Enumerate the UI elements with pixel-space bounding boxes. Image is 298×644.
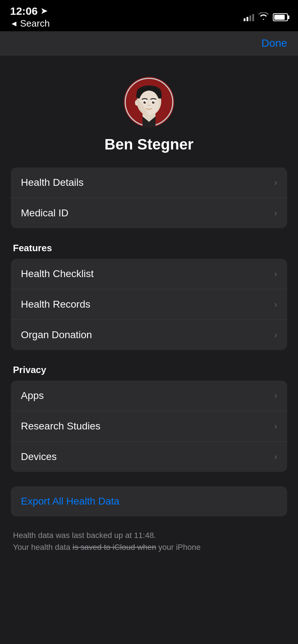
- back-label: Search: [20, 18, 50, 29]
- done-button[interactable]: Done: [261, 37, 287, 49]
- footer-icloud-text: Your health data is saved to iCloud when…: [13, 541, 285, 553]
- profile-list-group: Health Details › Medical ID ›: [11, 167, 287, 228]
- chevron-right-icon: ›: [274, 391, 277, 401]
- navigation-bar: Done: [0, 31, 298, 55]
- health-details-item[interactable]: Health Details ›: [11, 167, 287, 198]
- chevron-right-icon: ›: [274, 421, 277, 431]
- devices-label: Devices: [21, 451, 57, 463]
- devices-item[interactable]: Devices ›: [11, 442, 287, 472]
- main-content: Ben Stegner Health Details › Medical ID …: [0, 55, 298, 644]
- wifi-icon: [258, 12, 268, 22]
- signal-icon: [244, 13, 254, 21]
- export-link[interactable]: Export All Health Data: [21, 496, 119, 507]
- footer-line2-start: Your health data: [13, 543, 73, 552]
- profile-name: Ben Stegner: [104, 136, 193, 153]
- chevron-right-icon: ›: [274, 269, 277, 279]
- signal-bar-4: [252, 14, 254, 21]
- features-section-label: Features: [11, 243, 287, 254]
- footer-line2-strikethrough: is saved to iCloud when: [73, 543, 156, 552]
- svg-point-14: [145, 101, 145, 102]
- svg-point-15: [153, 101, 154, 102]
- features-list-group: Health Checklist › Health Records › Orga…: [11, 259, 287, 350]
- organ-donation-label: Organ Donation: [21, 329, 92, 341]
- battery-icon: [273, 13, 288, 21]
- chevron-right-icon: ›: [274, 208, 277, 218]
- medical-id-item[interactable]: Medical ID ›: [11, 198, 287, 228]
- status-bar: 12:06 ➤ ◄ Search: [0, 0, 298, 31]
- health-checklist-label: Health Checklist: [21, 268, 94, 280]
- privacy-section-label: Privacy: [11, 364, 287, 376]
- health-checklist-item[interactable]: Health Checklist ›: [11, 259, 287, 289]
- footer-backup-text: Health data was last backed up at 11:48.: [13, 529, 285, 541]
- back-arrow-icon: ◄: [10, 19, 18, 28]
- apps-item[interactable]: Apps ›: [11, 381, 287, 411]
- footer-line1: Health data was last backed up at 11:48.: [13, 531, 156, 540]
- signal-bar-1: [244, 18, 245, 21]
- footer-section: Health data was last backed up at 11:48.…: [0, 524, 298, 559]
- footer-line2-end: your iPhone: [156, 543, 201, 552]
- status-right: [244, 12, 288, 22]
- privacy-list-group: Apps › Research Studies › Devices ›: [11, 381, 287, 472]
- status-time: 12:06 ➤: [10, 5, 50, 17]
- medical-id-label: Medical ID: [21, 207, 68, 219]
- avatar: [124, 77, 174, 127]
- signal-bar-2: [247, 17, 248, 21]
- chevron-right-icon: ›: [274, 178, 277, 188]
- chevron-right-icon: ›: [274, 452, 277, 462]
- export-group: Export All Health Data: [11, 486, 287, 516]
- svg-point-13: [152, 101, 155, 104]
- back-navigation[interactable]: ◄ Search: [10, 18, 50, 29]
- features-section: Features Health Checklist › Health Recor…: [0, 243, 298, 350]
- research-studies-item[interactable]: Research Studies ›: [11, 411, 287, 442]
- privacy-section: Privacy Apps › Research Studies › Device…: [0, 364, 298, 472]
- chevron-right-icon: ›: [274, 330, 277, 340]
- time-display: 12:06: [10, 5, 38, 17]
- svg-point-12: [144, 101, 146, 104]
- signal-bar-3: [249, 15, 251, 21]
- profile-menu-group: Health Details › Medical ID ›: [0, 167, 298, 228]
- profile-section: Ben Stegner: [0, 66, 298, 167]
- chevron-right-icon: ›: [274, 299, 277, 309]
- health-details-label: Health Details: [21, 177, 83, 188]
- location-icon: ➤: [41, 6, 47, 16]
- apps-label: Apps: [21, 390, 44, 401]
- status-left: 12:06 ➤ ◄ Search: [10, 5, 50, 29]
- export-item[interactable]: Export All Health Data: [11, 486, 287, 516]
- export-section: Export All Health Data: [0, 486, 298, 516]
- health-records-label: Health Records: [21, 299, 90, 310]
- research-studies-label: Research Studies: [21, 420, 100, 432]
- health-records-item[interactable]: Health Records ›: [11, 289, 287, 320]
- organ-donation-item[interactable]: Organ Donation ›: [11, 320, 287, 350]
